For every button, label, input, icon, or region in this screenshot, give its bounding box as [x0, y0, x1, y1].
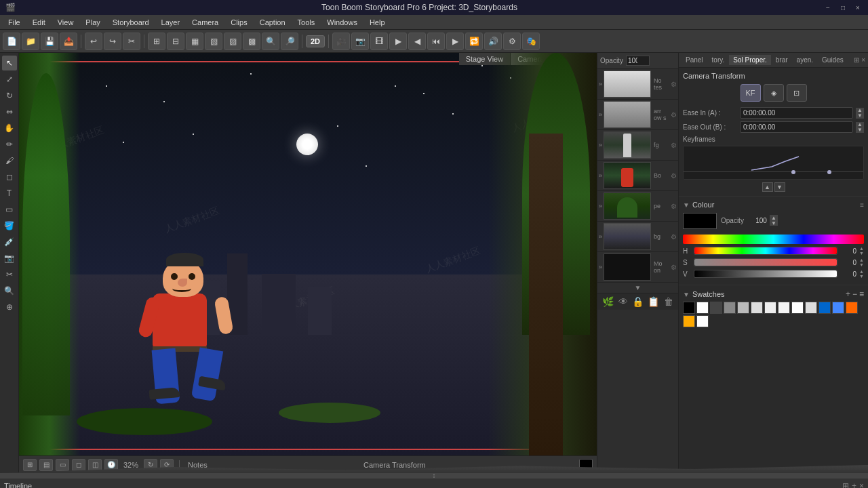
- tool-camera[interactable]: 📷: [2, 251, 17, 266]
- tb-cam4-btn[interactable]: ▶: [389, 33, 407, 50]
- menu-camera[interactable]: Camera: [186, 17, 224, 28]
- swatch-near-white[interactable]: [764, 302, 776, 314]
- swatch-lighter-gray[interactable]: [751, 302, 763, 314]
- thumb-gear-4[interactable]: ⚙: [671, 172, 677, 180]
- swatch-white[interactable]: [696, 302, 709, 314]
- tb-grid3-btn[interactable]: ▦: [186, 33, 203, 50]
- s-down[interactable]: ▼: [859, 262, 864, 267]
- menu-layer[interactable]: Layer: [156, 17, 186, 28]
- tb-vol-btn[interactable]: 🔊: [484, 33, 502, 50]
- tool-misc[interactable]: ⊕: [2, 300, 17, 314]
- ct-icon3-btn[interactable]: ⊡: [787, 84, 807, 102]
- opacity-down[interactable]: ▼: [770, 220, 778, 226]
- thumb-img-7[interactable]: [604, 253, 651, 281]
- panel-expand-icon[interactable]: ⊞: [854, 56, 859, 64]
- h-slider-track[interactable]: [694, 247, 837, 255]
- tb-redo-btn[interactable]: ↪: [104, 33, 121, 50]
- tb-render-btn[interactable]: 🎭: [522, 33, 540, 50]
- tl-close-icon[interactable]: ×: [859, 481, 864, 489]
- tl-expand-icon[interactable]: +: [852, 481, 856, 489]
- menu-help[interactable]: Help: [364, 17, 391, 28]
- thumb-vis-icon[interactable]: 👁: [618, 296, 628, 307]
- thumb-img-1[interactable]: [604, 70, 651, 98]
- tb-cam5-btn[interactable]: ◀: [408, 33, 426, 50]
- tool-draw[interactable]: ✏: [2, 137, 17, 152]
- tl-add-icon[interactable]: ⊞: [842, 481, 849, 489]
- thumb-lock-icon[interactable]: 🔒: [632, 296, 644, 307]
- ct-kf-btn[interactable]: KF: [741, 84, 761, 102]
- tb-new-btn[interactable]: 📄: [3, 33, 20, 50]
- tool-eyedrop[interactable]: 💉: [2, 235, 17, 249]
- thumb-gear-1[interactable]: ⚙: [671, 81, 677, 88]
- opacity-input[interactable]: [626, 56, 650, 66]
- s-up[interactable]: ▲: [859, 258, 864, 262]
- swatch-pure-white[interactable]: [791, 302, 804, 314]
- menu-windows[interactable]: Windows: [321, 17, 363, 28]
- menu-play[interactable]: Play: [80, 17, 105, 28]
- swatch-blue[interactable]: [818, 302, 831, 314]
- thumb-delete-icon[interactable]: 🗑: [664, 296, 673, 307]
- swatch-light-gray[interactable]: [737, 302, 749, 314]
- v-down[interactable]: ▼: [859, 274, 864, 279]
- tool-brush[interactable]: 🖌: [2, 153, 17, 168]
- swatch-orange[interactable]: [846, 302, 858, 314]
- tb-loop-btn[interactable]: 🔁: [465, 33, 483, 50]
- swatches-add-btn[interactable]: +: [846, 289, 850, 299]
- tb-grid6-btn[interactable]: ▩: [243, 33, 260, 50]
- thumb-img-2[interactable]: [604, 101, 651, 128]
- tb-export-btn[interactable]: 📤: [60, 33, 77, 50]
- cb-view-btn[interactable]: ◫: [88, 459, 102, 471]
- swatch-yellow[interactable]: [683, 315, 695, 327]
- tb-grid4-btn[interactable]: ▧: [205, 33, 222, 50]
- menu-clips[interactable]: Clips: [225, 17, 252, 28]
- thumb-layer-icon[interactable]: 📋: [648, 296, 659, 307]
- menu-tools[interactable]: Tools: [292, 17, 321, 28]
- swatches-menu-btn[interactable]: ≡: [859, 289, 864, 299]
- swatch-gray[interactable]: [724, 302, 736, 314]
- tb-play-btn[interactable]: ▶: [446, 33, 464, 50]
- panel-tab-ayen[interactable]: ayen.: [793, 55, 818, 65]
- tb-open-btn[interactable]: 📁: [22, 33, 39, 50]
- tool-select[interactable]: ↖: [2, 56, 17, 70]
- kf-prev-btn[interactable]: ▲: [762, 182, 773, 192]
- v-slider-track[interactable]: [694, 270, 837, 278]
- h-up[interactable]: ▲: [859, 246, 864, 251]
- tool-zoom[interactable]: 🔍: [2, 283, 17, 298]
- cb-safe-btn[interactable]: ◻: [72, 459, 85, 471]
- panel-tab-panel[interactable]: Panel: [682, 55, 708, 65]
- swatch-black[interactable]: [683, 302, 695, 314]
- tb-grid2-btn[interactable]: ⊟: [167, 33, 184, 50]
- menu-caption[interactable]: Caption: [254, 17, 291, 28]
- thumb-gear-2[interactable]: ⚙: [671, 111, 677, 119]
- thumb-img-4[interactable]: [604, 162, 651, 189]
- cb-frame-btn[interactable]: ▭: [56, 459, 69, 471]
- kf-next-btn[interactable]: ▼: [774, 182, 785, 192]
- tool-cut[interactable]: ✂: [2, 267, 17, 282]
- close-button[interactable]: ×: [853, 3, 863, 12]
- hue-bar[interactable]: [683, 235, 864, 244]
- tb-undo-btn[interactable]: ↩: [85, 33, 102, 50]
- colour-menu-icon[interactable]: ≡: [860, 201, 864, 209]
- thumb-add-icon[interactable]: 🌿: [602, 296, 614, 307]
- thumb-img-6[interactable]: [604, 223, 651, 250]
- v-up[interactable]: ▲: [859, 269, 864, 274]
- cb-time-btn[interactable]: 🕐: [104, 459, 118, 471]
- menu-storyboard[interactable]: Storyboard: [107, 17, 155, 28]
- panel-tab-story[interactable]: tory.: [708, 55, 730, 65]
- ease-out-down[interactable]: ▼: [856, 127, 864, 133]
- tb-cam1-btn[interactable]: 🎥: [332, 33, 350, 50]
- tool-eraser[interactable]: ◻: [2, 169, 17, 184]
- ease-in-down[interactable]: ▼: [856, 113, 864, 119]
- tool-text[interactable]: T: [2, 186, 17, 201]
- maximize-button[interactable]: □: [838, 3, 848, 12]
- scroll-down-arrow[interactable]: ▼: [635, 284, 642, 291]
- minimize-button[interactable]: −: [823, 3, 833, 12]
- swatches-remove-btn[interactable]: −: [852, 289, 857, 299]
- ct-icon2-btn[interactable]: ◈: [764, 84, 784, 102]
- scroll-down[interactable]: ▼: [597, 283, 678, 293]
- tb-cut-btn[interactable]: ✂: [123, 33, 140, 50]
- swatch-soft-gray[interactable]: [805, 302, 817, 314]
- cb-grid-btn[interactable]: ⊞: [23, 459, 37, 471]
- tb-2d-btn[interactable]: 2D: [306, 35, 325, 47]
- h-down[interactable]: ▼: [859, 251, 864, 256]
